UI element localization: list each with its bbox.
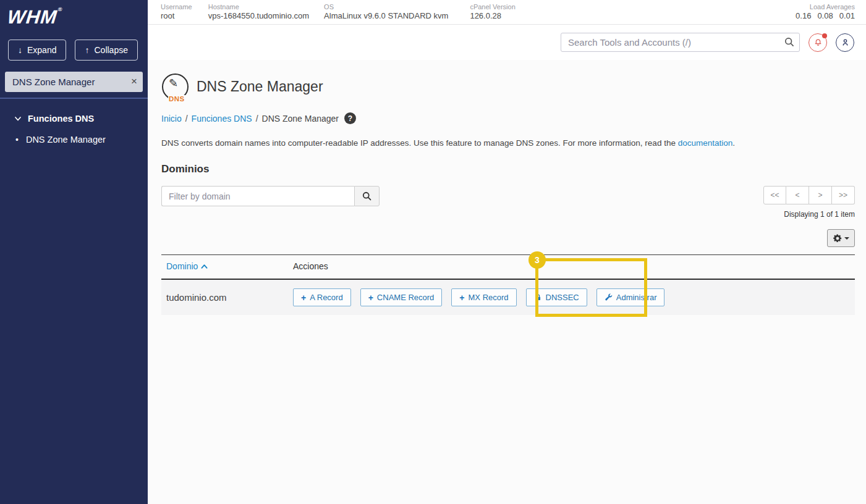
domain-filter-input[interactable] (161, 186, 354, 206)
expand-button[interactable]: ↓ Expand (8, 40, 66, 61)
bullet-icon: • (15, 136, 19, 143)
wrench-icon (605, 293, 613, 301)
load-15m: 0.01 (839, 11, 855, 20)
whm-dns-zone-manager-screen: WHM® ↓ Expand ↑ Collapse × Funciones DNS (0, 0, 866, 504)
pagination: << < > >> (763, 186, 855, 204)
breadcrumb-funciones-dns-link[interactable]: Funciones DNS (192, 114, 252, 124)
arrow-up-icon: ↑ (85, 45, 89, 55)
cname-record-label: CNAME Record (377, 293, 434, 302)
description-text: DNS converts domain names into computer-… (161, 138, 678, 148)
sidebar-search-input[interactable] (5, 72, 143, 92)
domains-table-header: Dominio Acciones (161, 254, 855, 280)
dnssec-button[interactable]: DNSSEC (526, 288, 587, 306)
dnssec-label: DNSSEC (546, 293, 579, 302)
os-value: AlmaLinux v9.6.0 STANDARD kvm (324, 11, 448, 20)
add-cname-record-button[interactable]: + CNAME Record (360, 288, 443, 306)
plus-icon: + (459, 294, 464, 301)
administrar-button[interactable]: Administrar (596, 288, 665, 306)
add-a-record-button[interactable]: + A Record (293, 288, 351, 306)
dns-zone-icon: ✎ DNS (161, 73, 189, 101)
pagination-prev-button[interactable]: < (786, 186, 809, 204)
whm-logo-registered-mark: ® (57, 6, 63, 12)
sort-by-domain-header[interactable]: Dominio (166, 261, 208, 271)
administrar-label: Administrar (616, 293, 657, 302)
table-settings-row (161, 229, 855, 247)
breadcrumb-inicio-link[interactable]: Inicio (161, 114, 182, 124)
username-info: Username root (161, 2, 192, 22)
quill-icon: ✎ (169, 77, 178, 90)
bell-icon (813, 38, 823, 47)
caret-down-icon (844, 237, 849, 240)
collapse-button[interactable]: ↑ Collapse (75, 40, 137, 61)
hostname-value: vps-1684550.tudominio.com (208, 11, 309, 20)
header (148, 25, 866, 60)
pagination-last-button[interactable]: >> (832, 186, 855, 204)
actions-cell: + A Record + CNAME Record + MX Record DN… (293, 288, 674, 306)
chevron-down-icon (14, 116, 22, 122)
table-row: tudominio.com + A Record + CNAME Record … (161, 280, 855, 315)
whm-logo-text: WHM (6, 6, 58, 28)
table-settings-button[interactable] (827, 229, 855, 247)
expand-label: Expand (27, 45, 56, 55)
domains-table: Dominio Acciones tudominio.com + A Recor… (161, 254, 855, 315)
global-search-wrap (561, 33, 800, 52)
description-suffix: . (732, 138, 735, 148)
breadcrumb-separator: / (256, 114, 258, 124)
page-description: DNS converts domain names into computer-… (161, 138, 855, 148)
sidebar-toggle-buttons: ↓ Expand ↑ Collapse (0, 32, 148, 69)
breadcrumb-current: DNS Zone Manager (262, 114, 339, 124)
lock-icon (534, 293, 542, 301)
sidebar-group-funciones-dns[interactable]: Funciones DNS (0, 110, 148, 127)
main-content: ✎ DNS DNS Zone Manager Inicio / Funcione… (148, 60, 866, 504)
table-controls: << < > >> Displaying 1 of 1 item (161, 186, 855, 219)
sidebar-search-wrap: × (5, 72, 143, 92)
domains-section-title: Dominios (161, 163, 855, 175)
global-search-input[interactable] (561, 33, 800, 52)
pagination-next-button[interactable]: > (809, 186, 832, 204)
sidebar-group-label: Funciones DNS (28, 114, 94, 124)
gear-icon (833, 234, 842, 243)
load-5m: 0.08 (817, 11, 833, 20)
sidebar-item-label: DNS Zone Manager (26, 135, 106, 145)
user-menu-button[interactable] (836, 33, 854, 52)
domain-filter-group (161, 186, 380, 206)
whm-logo[interactable]: WHM® (6, 6, 63, 28)
logo-row: WHM® (0, 0, 148, 32)
cpanel-version-value: 126.0.28 (470, 11, 515, 20)
pagination-first-button[interactable]: << (763, 186, 786, 204)
pagination-status: Displaying 1 of 1 item (784, 210, 855, 219)
sidebar: WHM® ↓ Expand ↑ Collapse × Funciones DNS (0, 0, 148, 504)
username-value: root (161, 11, 192, 20)
dns-icon-label: DNS (168, 95, 185, 103)
add-mx-record-button[interactable]: + MX Record (451, 288, 516, 306)
plus-icon: + (301, 294, 306, 301)
breadcrumb-separator: / (185, 114, 188, 124)
os-label: OS (324, 3, 448, 10)
search-icon (362, 191, 372, 201)
help-icon[interactable]: ? (344, 112, 356, 124)
os-info: OS AlmaLinux v9.6.0 STANDARD kvm (324, 2, 448, 22)
clear-search-icon[interactable]: × (131, 75, 137, 88)
username-label: Username (161, 3, 192, 10)
cpanel-version-label: cPanel Version (470, 3, 515, 10)
domain-filter-search-button[interactable] (354, 186, 380, 206)
sort-ascending-icon (201, 264, 208, 269)
search-icon (784, 36, 795, 48)
server-info-bar: Username root Hostname vps-1684550.tudom… (148, 0, 866, 25)
notifications-button[interactable] (809, 33, 827, 52)
load-1m: 0.16 (796, 11, 811, 20)
documentation-link[interactable]: documentation (678, 138, 733, 148)
sidebar-item-dns-zone-manager[interactable]: • DNS Zone Manager (0, 127, 148, 148)
domain-column-header-cell: Dominio (166, 261, 293, 272)
load-averages-info: Load Averages 0.160.080.01 (789, 2, 855, 22)
plus-icon: + (368, 294, 373, 301)
page-title-row: ✎ DNS DNS Zone Manager (161, 73, 855, 101)
load-averages-values: 0.160.080.01 (789, 11, 855, 20)
hostname-info: Hostname vps-1684550.tudominio.com (208, 2, 309, 22)
mx-record-label: MX Record (469, 293, 509, 302)
notification-dot (822, 33, 827, 38)
page-title: DNS Zone Manager (197, 78, 323, 95)
arrow-down-icon: ↓ (18, 45, 22, 55)
hostname-label: Hostname (208, 3, 309, 10)
cpanel-version-info: cPanel Version 126.0.28 (470, 2, 515, 22)
